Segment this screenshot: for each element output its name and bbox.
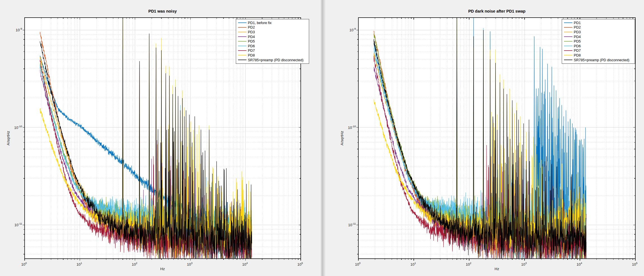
figure-right: 10010110210310410510-910-1010-11PD1PD2PD… (326, 0, 644, 276)
legend-label: PD6 (248, 44, 255, 48)
x-tick-label: 103 (521, 261, 527, 266)
legend-box (562, 19, 635, 63)
right-plot-area: 10010110210310410510-910-1010-11PD1PD2PD… (348, 18, 638, 266)
legend-label: PD8 (248, 53, 255, 57)
left-plot-area: 10010110210310410510-910-1010-11PD1, bef… (14, 18, 309, 266)
x-tick-label: 105 (297, 261, 303, 266)
x-tick-label: 103 (187, 261, 192, 266)
legend-label: PD8 (574, 53, 581, 57)
x-tick-label: 100 (355, 261, 361, 266)
x-tick-label: 102 (132, 261, 137, 266)
legend-label: PD3 (574, 30, 581, 34)
legend-label: PD1 (574, 21, 581, 25)
desktop-background: 10010110210310410510-910-1010-11PD1, bef… (0, 0, 644, 276)
right-chart-canvas: 10010110210310410510-910-1010-11PD1PD2PD… (326, 0, 644, 276)
y-tick-label: 10-9 (349, 27, 356, 32)
y-tick-label: 10-10 (14, 125, 22, 130)
legend-entry: SR785+preamp (PD disconnected) (238, 58, 304, 62)
legend-label: PD2 (574, 25, 581, 29)
figure-left: 10010110210310410510-910-1010-11PD1, bef… (0, 0, 321, 276)
legend-label: PD5 (574, 39, 581, 43)
x-tick-label: 100 (21, 261, 27, 266)
x-tick-label: 101 (410, 261, 416, 266)
legend-label: SR785+preamp (PD disconnected) (248, 58, 304, 62)
legend-label: PD2 (248, 25, 255, 29)
legend-label: PD3 (248, 30, 255, 34)
left-x-axis-label: Hz (160, 267, 165, 271)
right-y-axis-label: A/sqrtHz (340, 131, 344, 145)
left-chart-title: PD1 was noisy (148, 9, 177, 13)
x-tick-label: 102 (466, 261, 471, 266)
legend-label: SR785+preamp (PD disconnected) (574, 58, 629, 62)
left-chart-canvas: 10010110210310410510-910-1010-11PD1, bef… (0, 0, 321, 276)
legend-label: PD1, before fix (248, 21, 272, 25)
legend-label: PD4 (248, 35, 255, 39)
y-tick-label: 10-9 (16, 27, 22, 32)
x-tick-label: 101 (77, 261, 82, 266)
window-divider (321, 0, 326, 276)
legend-label: PD7 (574, 48, 581, 53)
legend-entry: SR785+preamp (PD disconnected) (564, 58, 629, 62)
y-tick-label: 10-11 (348, 222, 356, 227)
right-chart-title: PD dark noise after PD1 swap (468, 9, 526, 13)
x-tick-label: 104 (577, 261, 582, 266)
y-tick-label: 10-10 (348, 125, 356, 130)
legend-label: PD7 (248, 48, 255, 53)
legend: PD1PD2PD3PD4PD5PD6PD7PD8SR785+preamp (PD… (562, 19, 635, 63)
legend-label: PD4 (574, 35, 581, 39)
legend: PD1, before fixPD2PD3PD4PD5PD6PD7PD8SR78… (236, 19, 309, 63)
x-tick-label: 104 (242, 261, 248, 266)
legend-label: PD6 (574, 44, 581, 48)
legend-label: PD5 (248, 39, 255, 43)
x-tick-label: 105 (632, 261, 638, 266)
y-tick-label: 10-11 (15, 222, 22, 227)
left-y-axis-label: A/sqrtHz (6, 131, 10, 145)
right-x-axis-label: Hz (495, 267, 499, 271)
legend-box (236, 19, 309, 63)
